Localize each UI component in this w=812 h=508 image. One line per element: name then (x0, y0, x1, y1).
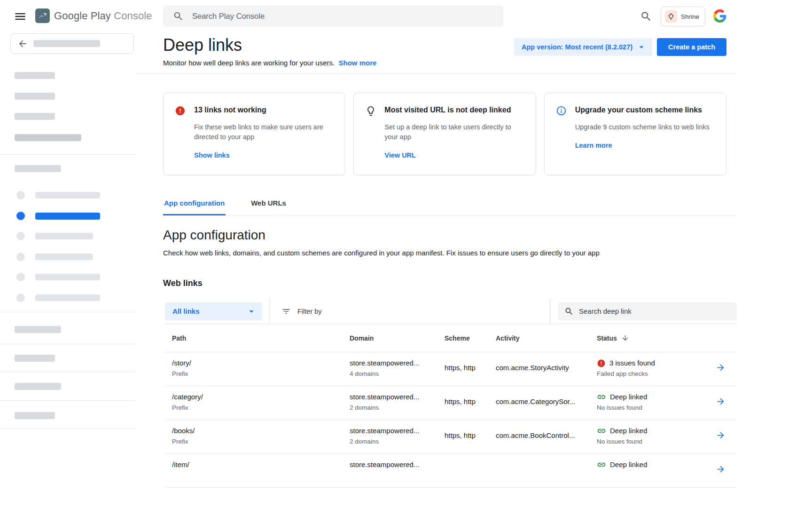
skeleton-bar (15, 134, 81, 141)
header-divider (136, 73, 737, 74)
skeleton-bar (35, 294, 100, 301)
skeleton-bar (15, 355, 55, 362)
deep-link-search-input[interactable] (579, 307, 729, 315)
app-switcher-chip[interactable]: Shrine (661, 7, 705, 26)
links-filter-dropdown[interactable]: All links (165, 302, 262, 320)
sidebar-item[interactable] (0, 190, 136, 200)
sidebar-item[interactable] (0, 252, 136, 262)
web-links-table: All links Filter by Path Domain Scheme A… (165, 299, 737, 488)
domain-count: 2 domains (350, 437, 445, 446)
skeleton-bar (15, 412, 55, 419)
filter-by-button[interactable]: Filter by (281, 307, 322, 316)
card-body: Fix these web links to make sure users a… (194, 122, 330, 142)
view-url-link[interactable]: View URL (384, 151, 416, 159)
sidebar-item[interactable] (0, 231, 136, 241)
skeleton-bar (15, 165, 61, 172)
status-detail: No issues found (597, 404, 706, 412)
create-patch-button[interactable]: Create a patch (657, 38, 726, 56)
sidebar-item-active[interactable] (0, 211, 136, 221)
links-filter-value: All links (172, 307, 200, 315)
path-value: /category/ (172, 392, 350, 402)
back-button[interactable] (10, 33, 134, 54)
card-title: Most visited URL is not deep linked (384, 105, 521, 115)
filter-icon (281, 307, 291, 316)
nav-dot-icon (16, 212, 25, 220)
column-header-scheme: Scheme (445, 334, 496, 342)
path-value: /story/ (172, 358, 350, 368)
page-subtitle: Monitor how well deep links are working … (163, 59, 726, 67)
nav-dot-icon (16, 232, 25, 240)
deep-link-search[interactable] (558, 302, 737, 320)
play-console-logo[interactable]: Google Play Console (35, 8, 152, 23)
play-console-logo-text: Google Play Console (54, 10, 152, 22)
scheme-value: https, http (445, 426, 496, 453)
card-links-not-working: 13 links not working Fix these web links… (163, 93, 345, 175)
sidebar (0, 33, 136, 508)
skeleton-bar (15, 113, 55, 120)
card-title: 13 links not working (194, 105, 330, 115)
activity-value (496, 460, 597, 487)
error-icon (175, 105, 186, 163)
domain-value: store.steampowered... (350, 460, 445, 469)
table-row[interactable]: /books/Prefix store.steampowered...2 dom… (165, 420, 737, 454)
info-icon (556, 105, 567, 163)
sidebar-divider (0, 400, 136, 401)
path-type: Prefix (172, 404, 350, 412)
table-row[interactable]: /item/ store.steampowered... Deep linked (165, 454, 737, 488)
app-version-label: App version: Most recent (8.2.027) (522, 43, 632, 51)
table-toolbar: All links Filter by (165, 299, 737, 324)
back-arrow-icon (17, 39, 28, 49)
toolbar-divider (270, 299, 270, 324)
domain-count: 2 domains (350, 404, 445, 412)
skeleton-bar (35, 192, 100, 198)
status-detail: Failed app checks (597, 370, 706, 378)
search-icon (564, 307, 574, 316)
tab-web-urls[interactable]: Web URLs (250, 197, 287, 215)
column-header-activity: Activity (496, 334, 597, 342)
open-row-arrow-icon[interactable] (716, 464, 726, 474)
insight-cards: 13 links not working Fix these web links… (163, 93, 726, 175)
path-value: /item/ (172, 460, 350, 469)
table-row[interactable]: /story/Prefix store.steampowered...4 dom… (165, 352, 737, 386)
card-most-visited-url: Most visited URL is not deep linked Set … (353, 93, 536, 175)
search-icon (173, 11, 184, 22)
sidebar-item[interactable] (0, 272, 136, 282)
show-links-link[interactable]: Show links (194, 151, 230, 159)
nav-dot-icon (16, 294, 25, 302)
nav-dot-icon (16, 191, 25, 199)
web-links-title: Web links (163, 278, 726, 288)
nav-dot-icon (16, 253, 25, 261)
card-body: Set up a deep link to take users directl… (384, 122, 521, 142)
global-search[interactable] (163, 6, 503, 27)
shrine-app-icon (665, 10, 677, 23)
show-more-link[interactable]: Show more (339, 59, 377, 67)
path-type: Prefix (172, 370, 350, 378)
global-search-input[interactable] (192, 12, 474, 21)
sidebar-divider (0, 429, 136, 429)
card-body: Upgrade 9 custom scheme links to web lin… (575, 122, 710, 132)
table-row[interactable]: /category/Prefix store.steampowered...2 … (165, 386, 737, 420)
open-row-arrow-icon[interactable] (716, 363, 726, 373)
tab-app-configuration[interactable]: App configuration (163, 197, 226, 215)
app-version-dropdown[interactable]: App version: Most recent (8.2.027) (514, 38, 652, 56)
domain-count: 4 domains (350, 370, 445, 378)
search-icon-button[interactable] (640, 10, 652, 23)
sidebar-divider (0, 372, 136, 372)
google-account-icon[interactable] (713, 9, 726, 23)
sidebar-item[interactable] (0, 293, 136, 302)
app-switcher-label: Shrine (681, 13, 699, 20)
section-description: Check how web links, domains, and custom… (163, 249, 726, 257)
open-row-arrow-icon[interactable] (716, 430, 726, 440)
section-title: App configuration (163, 228, 726, 243)
status-value: Deep linked (610, 426, 647, 436)
domain-value: store.steampowered... (350, 426, 445, 436)
skeleton-bar (35, 213, 100, 220)
scheme-value: https, http (445, 392, 496, 420)
learn-more-link[interactable]: Learn more (575, 142, 612, 149)
column-header-status[interactable]: Status (597, 334, 706, 342)
status-value: Deep linked (610, 460, 647, 469)
open-row-arrow-icon[interactable] (716, 397, 726, 406)
skeleton-bar (15, 383, 61, 390)
error-icon (597, 359, 606, 368)
menu-icon[interactable] (14, 10, 27, 23)
